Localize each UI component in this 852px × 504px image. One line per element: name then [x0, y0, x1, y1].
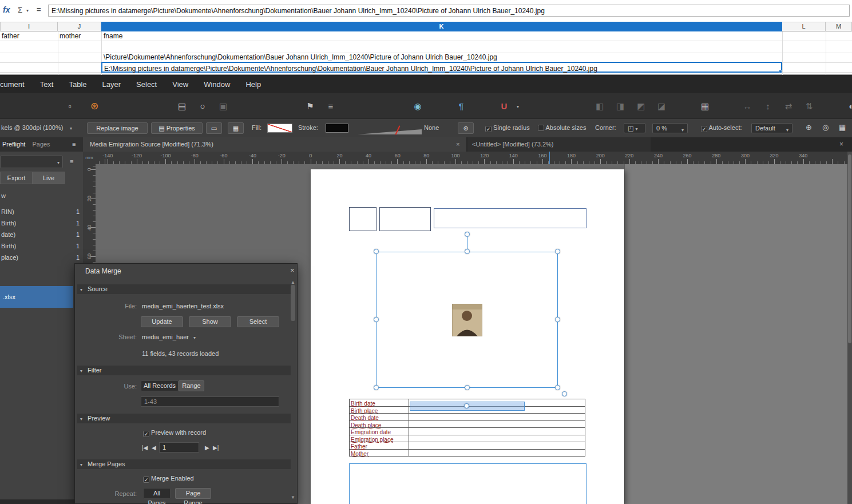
select-button[interactable]: Select: [237, 316, 279, 327]
page-setup-icon[interactable]: ▤: [176, 101, 188, 112]
menu-item[interactable]: Layer: [102, 80, 121, 89]
paragraph-icon[interactable]: ¶: [455, 101, 467, 111]
rotation-handle[interactable]: [465, 232, 470, 237]
cell-path[interactable]: \Picture\Dokumente\Ahnenforschung\Dokume…: [104, 53, 497, 62]
align-right-icon[interactable]: ◨: [615, 101, 626, 112]
merge-pages-section-header[interactable]: ▾ Merge Pages: [77, 459, 291, 469]
auto-select-checkbox[interactable]: ✓ Auto-select:: [701, 124, 742, 132]
rin-field-frame[interactable]: [349, 207, 377, 231]
live-button[interactable]: Live: [33, 172, 65, 184]
field-value-cell[interactable]: [409, 428, 585, 435]
list-item[interactable]: place) 1: [0, 252, 83, 263]
corner-type-dropdown[interactable]: ◰ ▾: [624, 123, 645, 133]
menu-item[interactable]: Help: [245, 80, 261, 89]
table-row[interactable]: Emigration date: [350, 428, 585, 435]
frame-handle-top-left[interactable]: [374, 249, 379, 254]
menu-item[interactable]: cument: [0, 80, 25, 89]
field-value-cell[interactable]: [409, 442, 585, 449]
frame-tool-icon[interactable]: ▫: [64, 101, 76, 111]
grid-icon[interactable]: ▦: [699, 101, 711, 112]
page-range-button[interactable]: Page Range: [175, 488, 211, 499]
tab-close-icon[interactable]: ×: [456, 137, 459, 152]
merge-field-handle[interactable]: [464, 403, 469, 408]
preview-with-record-checkbox[interactable]: ✓ Preview with record: [143, 429, 206, 437]
cell-mother[interactable]: mother: [60, 31, 81, 41]
field-value-cell[interactable]: [409, 414, 585, 420]
move-forward-icon[interactable]: ⇄: [783, 101, 794, 112]
show-target-icon[interactable]: ◎: [822, 123, 829, 132]
transform-grid-icon[interactable]: ▦: [839, 123, 846, 132]
dpi-dropdown-chevron-icon[interactable]: ▾: [70, 126, 72, 131]
function-wizard-icon[interactable]: fx: [3, 5, 10, 14]
sum-icon[interactable]: Σ: [18, 6, 22, 14]
formula-input[interactable]: [48, 5, 850, 17]
source-section-header[interactable]: ▾ Source: [77, 284, 291, 294]
flip-horizontal-icon[interactable]: ↔: [742, 101, 753, 111]
menu-item[interactable]: Window: [204, 80, 230, 89]
all-pages-button[interactable]: All Pages: [143, 488, 171, 499]
tab-untitled[interactable]: <Untitled> [Modified] (73.2%): [467, 137, 651, 152]
cell-fname[interactable]: fname: [104, 31, 122, 41]
frame-handle-mid-right[interactable]: [555, 317, 560, 322]
field-value-cell[interactable]: [409, 450, 585, 457]
xlsx-source-item[interactable]: .xlsx: [0, 286, 73, 308]
fill-swatch[interactable]: [267, 124, 292, 133]
align-bottom-icon[interactable]: ◪: [656, 101, 667, 112]
chevron-down-icon[interactable]: ▾: [193, 335, 196, 340]
ellipse-icon[interactable]: ○: [197, 101, 208, 111]
panel-menu-icon[interactable]: ≡: [72, 137, 76, 152]
column-header-j[interactable]: J: [58, 22, 101, 31]
field-value-cell[interactable]: [409, 435, 585, 442]
stroke-swatch[interactable]: [326, 124, 348, 133]
move-to-target-icon[interactable]: ⊕: [806, 123, 812, 132]
table-row[interactable]: Father: [350, 442, 585, 450]
snapping-dropdown-icon[interactable]: ▾: [512, 104, 524, 109]
tab-pages[interactable]: Pages: [32, 141, 50, 148]
absolute-sizes-checkbox[interactable]: Absolute sizes: [538, 124, 586, 131]
preview-eye-icon[interactable]: ◉: [412, 101, 423, 112]
first-record-icon[interactable]: |◀: [142, 445, 148, 451]
frame-handle-top-center[interactable]: [465, 249, 470, 254]
stroke-width-slider[interactable]: [358, 129, 422, 134]
menu-item[interactable]: View: [172, 80, 188, 89]
document-page[interactable]: RIN: Birth date Birth place: [311, 169, 624, 504]
field-value-cell[interactable]: [409, 421, 585, 428]
show-button[interactable]: Show: [189, 316, 231, 327]
list-item[interactable]: Birth) 1: [0, 217, 83, 229]
column-header-l[interactable]: L: [782, 22, 826, 31]
name-field-frame[interactable]: [379, 207, 431, 231]
align-left-icon[interactable]: ◧: [594, 101, 605, 112]
all-records-button[interactable]: All Records: [141, 380, 179, 391]
frame-handle-mid-left[interactable]: [374, 317, 379, 322]
panel-close-icon[interactable]: ×: [290, 266, 295, 275]
column-header-k[interactable]: K: [101, 22, 782, 31]
column-header-m[interactable]: M: [826, 22, 852, 31]
preflight-profile-dropdown[interactable]: ▾: [0, 156, 63, 168]
sum-dropdown-icon[interactable]: ▾: [26, 8, 29, 13]
range-input[interactable]: [141, 396, 279, 407]
snapping-magnet-icon[interactable]: U: [498, 101, 510, 111]
contrast-icon[interactable]: ◐: [846, 101, 852, 111]
table-row[interactable]: Emigration place: [350, 435, 585, 443]
list-item[interactable]: RIN) 1: [0, 206, 83, 217]
tab-preflight[interactable]: Preflight: [2, 141, 25, 148]
frame-handle-top-right[interactable]: [555, 249, 560, 254]
list-item[interactable]: Birth) 1: [0, 240, 83, 252]
preview-section-header[interactable]: ▾ Preview: [77, 414, 291, 423]
stroke-settings-gear-icon[interactable]: ⊛: [458, 122, 474, 134]
frame-handle-bottom-right[interactable]: [555, 385, 560, 390]
menu-item[interactable]: Select: [136, 80, 157, 89]
vertical-scrollbar-thumb[interactable]: [848, 154, 851, 343]
selected-cell[interactable]: E:\Missing pictures in datamerge\Picture…: [101, 62, 782, 73]
stroke-style-value[interactable]: None: [424, 124, 439, 131]
table-row[interactable]: Death date: [350, 414, 585, 421]
last-record-icon[interactable]: ▶|: [213, 445, 219, 451]
frame-scale-handle[interactable]: [562, 391, 567, 396]
scroll-up-icon[interactable]: ▲: [291, 280, 295, 285]
table-row[interactable]: Mother: [350, 450, 585, 457]
panel-scrollbar-thumb[interactable]: [291, 285, 295, 321]
move-backward-icon[interactable]: ⇅: [803, 101, 815, 112]
single-radius-checkbox[interactable]: ✓ Single radius: [485, 124, 530, 132]
table-row[interactable]: Death place: [350, 421, 585, 428]
sheet-dropdown[interactable]: media_emi_haer: [142, 334, 189, 340]
